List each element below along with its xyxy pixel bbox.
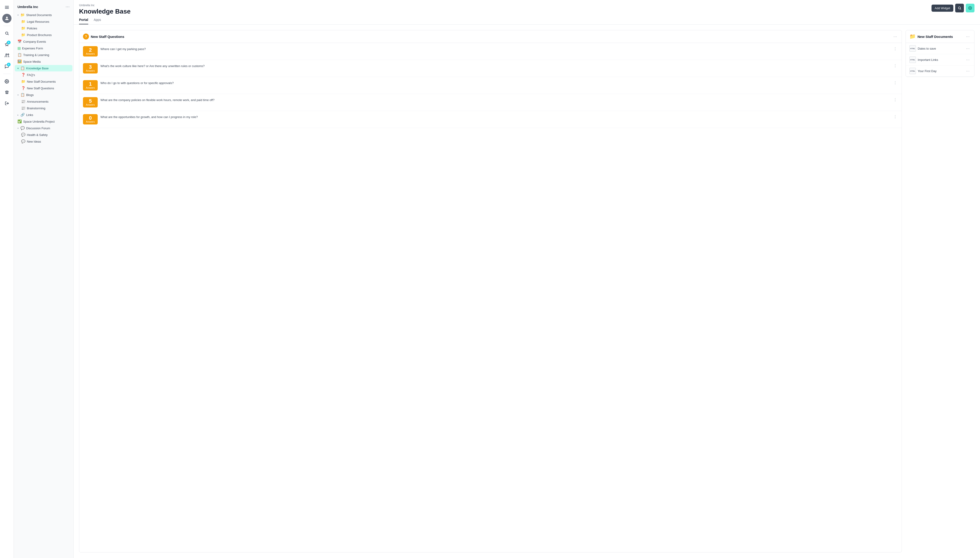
blog-icon: 📋 bbox=[20, 93, 25, 97]
sidebar-item-label: Space Umbrella Project bbox=[23, 120, 71, 123]
faq-icon: ❓ bbox=[21, 73, 26, 77]
question-text: What are the company policies on flexibl… bbox=[100, 97, 890, 102]
kb-icon: 📋 bbox=[20, 66, 25, 70]
question-item: 1 Answers Who do I go to with questions … bbox=[79, 77, 902, 94]
trash-icon[interactable] bbox=[2, 88, 12, 97]
answer-count: 3 bbox=[85, 64, 96, 70]
forum-icon: 💬 bbox=[20, 126, 25, 130]
breadcrumb: Umbrella Inc bbox=[79, 4, 975, 7]
docs-title: 📁 New Staff Documents bbox=[909, 33, 953, 39]
sidebar-item-label: New Staff Documents bbox=[27, 80, 71, 84]
folder-icon: 📁 bbox=[21, 20, 26, 24]
answer-badge: 2 Answers bbox=[83, 46, 98, 56]
avatar[interactable] bbox=[2, 14, 12, 23]
chat-icon[interactable]: 0 bbox=[2, 62, 12, 71]
sidebar-more-button[interactable]: ⋯ bbox=[66, 5, 70, 9]
topbar: Umbrella Inc Knowledge Base Portal Apps bbox=[74, 0, 980, 25]
chat-icon: 💬 bbox=[21, 133, 26, 137]
docs-header: 📁 New Staff Documents ⋯ bbox=[906, 30, 974, 43]
calendar-icon: 📅 bbox=[18, 39, 22, 44]
sidebar-item-health-safety[interactable]: 💬 Health & Safety bbox=[15, 131, 72, 138]
sidebar-item-label: Health & Safety bbox=[27, 133, 71, 137]
sidebar-item-training[interactable]: 📋 Training & Learning bbox=[15, 52, 72, 58]
chevron-icon: ▾ bbox=[18, 67, 19, 70]
question-item: 2 Answers Where can I get my parking pas… bbox=[79, 43, 902, 60]
sidebar-item-expenses[interactable]: ▤ Expenses Form bbox=[15, 45, 72, 51]
sidebar-item-label: Shared Documents bbox=[26, 13, 71, 17]
sidebar-item-space-media[interactable]: 🖼️ Space Media bbox=[15, 58, 72, 65]
favorites-icon[interactable]: 0 bbox=[2, 40, 12, 49]
docs-more-button[interactable]: ⋯ bbox=[965, 34, 970, 39]
sidebar-item-label: Discussion Forum bbox=[26, 126, 71, 130]
sidebar-item-label: Policies bbox=[27, 27, 71, 30]
sidebar-item-space-umbrella[interactable]: ✅ Space Umbrella Project bbox=[15, 118, 72, 125]
top-actions: Add Widget bbox=[932, 4, 975, 12]
sidebar-item-new-ideas[interactable]: 💬 New Ideas bbox=[15, 138, 72, 144]
sidebar-item-announcements[interactable]: 📰 Announcements bbox=[15, 98, 72, 105]
add-widget-button[interactable]: Add Widget bbox=[932, 5, 953, 12]
sidebar-item-shared-docs[interactable]: ▾ 📁 Shared Documents bbox=[15, 12, 72, 18]
tab-apps[interactable]: Apps bbox=[94, 18, 101, 25]
doc-more-button[interactable]: ⋯ bbox=[965, 57, 970, 62]
search-icon[interactable] bbox=[2, 29, 12, 38]
tab-portal[interactable]: Portal bbox=[79, 18, 88, 25]
docs-title-text: New Staff Documents bbox=[917, 34, 953, 39]
sidebar-item-brainstorming[interactable]: 📰 Brainstorming bbox=[15, 105, 72, 112]
question-text: Where can I get my parking pass? bbox=[100, 46, 890, 51]
folder-icon: 📁 bbox=[909, 33, 916, 39]
sidebar-item-new-staff-docs[interactable]: 📁 New Staff Documents bbox=[15, 78, 72, 85]
sidebar-item-faqs[interactable]: ❓ FAQ's bbox=[15, 72, 72, 78]
logout-icon[interactable] bbox=[2, 99, 12, 108]
html-file-icon: HTML bbox=[909, 56, 916, 63]
question-more-button[interactable]: ⋮ bbox=[893, 80, 898, 85]
question-more-button[interactable]: ⋮ bbox=[893, 97, 898, 102]
doc-name: Your First Day bbox=[918, 69, 963, 73]
question-item: 5 Answers What are the company policies … bbox=[79, 94, 902, 111]
svg-point-7 bbox=[6, 54, 7, 55]
sidebar-item-label: Blogs bbox=[26, 93, 71, 97]
doc-item[interactable]: HTML Your First Day ⋯ bbox=[906, 66, 974, 77]
widget-more-button[interactable]: ⋯ bbox=[893, 34, 898, 39]
question-more-button[interactable]: ⋮ bbox=[893, 114, 898, 120]
people-icon[interactable] bbox=[2, 51, 12, 60]
sidebar-item-company-events[interactable]: 📅 Company Events bbox=[15, 38, 72, 45]
answer-label: Answers bbox=[85, 87, 96, 89]
doc-name: Dates to save bbox=[918, 47, 963, 50]
question-more-button[interactable]: ⋮ bbox=[893, 63, 898, 69]
folder-icon: 📁 bbox=[21, 26, 26, 30]
media-icon: 🖼️ bbox=[18, 59, 22, 64]
menu-icon[interactable] bbox=[2, 3, 12, 12]
sidebar-item-new-staff-questions[interactable]: ❓ New Staff Questions bbox=[15, 85, 72, 91]
sidebar-item-discussion-forum[interactable]: ▾ 💬 Discussion Forum bbox=[15, 125, 72, 131]
html-file-icon: HTML bbox=[909, 45, 916, 52]
sidebar-item-label: FAQ's bbox=[27, 73, 71, 77]
page-settings-button[interactable] bbox=[966, 4, 975, 12]
icon-rail: 0 0 bbox=[0, 0, 14, 558]
question-more-button[interactable]: ⋮ bbox=[893, 46, 898, 51]
search-button[interactable] bbox=[955, 4, 964, 12]
doc-item[interactable]: HTML Important Links ⋯ bbox=[906, 54, 974, 66]
chevron-icon: ▾ bbox=[18, 94, 19, 96]
questions-widget: ? New Staff Questions ⋯ 2 Answers Where … bbox=[79, 30, 902, 553]
answer-label: Answers bbox=[85, 121, 96, 123]
sidebar-item-label: Links bbox=[26, 113, 71, 117]
doc-item[interactable]: HTML Dates to save ⋯ bbox=[906, 43, 974, 54]
folder-icon: 📁 bbox=[20, 13, 25, 17]
svg-line-12 bbox=[960, 9, 961, 10]
sidebar-item-label: Legal Resources bbox=[27, 20, 71, 23]
question-list: 2 Answers Where can I get my parking pas… bbox=[79, 43, 902, 128]
widget-title-text: New Staff Questions bbox=[91, 34, 124, 39]
doc-name: Important Links bbox=[918, 58, 963, 62]
sidebar-item-product-brochures[interactable]: 📁 Product Brochures bbox=[15, 32, 72, 38]
doc-more-button[interactable]: ⋯ bbox=[965, 69, 970, 74]
answer-badge: 0 Answers bbox=[83, 114, 98, 125]
sidebar-item-policies[interactable]: 📁 Policies bbox=[15, 25, 72, 31]
sidebar-item-legal[interactable]: 📁 Legal Resources bbox=[15, 18, 72, 25]
sidebar-item-blogs[interactable]: ▾ 📋 Blogs bbox=[15, 92, 72, 98]
answer-badge: 5 Answers bbox=[83, 97, 98, 107]
doc-more-button[interactable]: ⋯ bbox=[965, 46, 970, 51]
settings-icon[interactable] bbox=[2, 77, 12, 86]
sidebar: Umbrella Inc ⋯ ▾ 📁 Shared Documents 📁 Le… bbox=[14, 0, 74, 558]
sidebar-item-knowledge-base[interactable]: ▾ 📋 Knowledge Base bbox=[15, 65, 72, 71]
sidebar-item-links[interactable]: ▸ 🔗 Links bbox=[15, 112, 72, 118]
